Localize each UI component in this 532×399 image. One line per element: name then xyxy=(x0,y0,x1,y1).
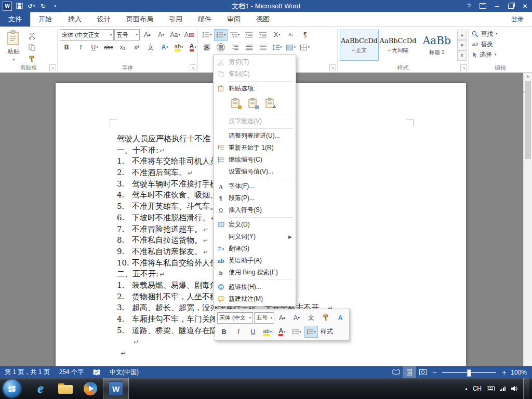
underline-button[interactable]: U▾ xyxy=(88,42,101,54)
taskbar-ie-button[interactable]: e xyxy=(28,378,53,399)
undo-button[interactable]: ↺▾ xyxy=(25,1,37,11)
web-layout-button[interactable] xyxy=(416,366,430,378)
help-button[interactable]: ? xyxy=(462,0,476,12)
font-size-combo[interactable]: 五号 ▾ xyxy=(114,29,140,41)
zoom-out-button[interactable]: − xyxy=(430,368,439,377)
menu-item-paragraph[interactable]: ¶ 段落(P)... xyxy=(214,192,296,204)
phonetic-guide-button[interactable]: 文 xyxy=(144,42,157,54)
mini-font-size-combo[interactable]: 五号 ▾ xyxy=(254,312,274,324)
copy-button[interactable] xyxy=(25,42,38,52)
proofing-status[interactable] xyxy=(88,366,105,378)
tab-references[interactable]: 引用 xyxy=(161,12,190,26)
paste-keep-source-button[interactable] xyxy=(228,96,243,110)
menu-item-translate[interactable]: 文a 翻译(S) xyxy=(214,243,296,255)
menu-item-font[interactable]: A 字体(F)... xyxy=(214,180,296,192)
select-button[interactable]: 选择▾ xyxy=(471,49,530,60)
style-normal[interactable]: AaBbCcDd ↵正文 xyxy=(340,30,379,61)
menu-item-define[interactable]: 定义(D) xyxy=(214,219,296,231)
taskbar-word-button[interactable]: W xyxy=(103,378,129,399)
mini-phonetic-guide-button[interactable]: 文 xyxy=(304,312,318,324)
keyboard-icon[interactable] xyxy=(487,386,495,391)
clear-formatting-button[interactable]: A xyxy=(182,29,196,41)
mini-font-color-button[interactable]: A▾ xyxy=(275,326,289,338)
save-button[interactable] xyxy=(14,1,25,11)
close-button[interactable]: ✕ xyxy=(518,0,532,12)
style-no-spacing[interactable]: AaBbCcDd ↵无间隔 xyxy=(379,30,418,61)
taskbar-explorer-button[interactable] xyxy=(53,378,78,399)
justify-button[interactable] xyxy=(242,42,256,54)
word-app-icon[interactable]: W xyxy=(2,1,13,11)
grow-font-button[interactable]: A▴ xyxy=(140,29,154,41)
mini-styles-button[interactable]: A xyxy=(334,312,347,324)
tab-file[interactable]: 文件 xyxy=(0,12,30,26)
scroll-up-icon[interactable]: ▲ xyxy=(524,72,532,80)
decrease-indent-button[interactable] xyxy=(242,29,256,41)
mini-grow-font-button[interactable]: A▴ xyxy=(275,312,289,324)
paste-text-only-button[interactable]: A xyxy=(262,96,277,110)
menu-item-new-comment[interactable]: 新建批注(M) xyxy=(214,293,296,305)
sort-button[interactable]: A↓ xyxy=(284,29,298,41)
tab-mailings[interactable]: 邮件 xyxy=(190,12,219,26)
menu-item-synonyms[interactable]: 同义词(Y) ▶ xyxy=(214,231,296,243)
paste-button[interactable]: 粘贴 ▾ xyxy=(2,29,25,63)
align-center-button[interactable] xyxy=(214,42,228,54)
shading-button[interactable]: ▾ xyxy=(284,42,298,54)
zoom-percentage[interactable]: 100% xyxy=(509,369,532,376)
styles-scroll-down-button[interactable]: ▼ xyxy=(457,40,467,50)
mini-italic-button[interactable]: I xyxy=(232,326,245,338)
mini-underline-button[interactable]: U xyxy=(246,326,260,338)
change-case-button[interactable]: Aa▾ xyxy=(168,29,182,41)
menu-item-continue-numbering[interactable]: 继续编号(C) xyxy=(214,154,296,166)
tab-view[interactable]: 视图 xyxy=(248,12,277,26)
subscript-button[interactable]: x₂ xyxy=(116,42,129,54)
increase-indent-button[interactable] xyxy=(256,29,270,41)
line-spacing-button[interactable]: ▾ xyxy=(270,42,284,54)
mini-font-name-combo[interactable]: 宋体 (中文 ▾ xyxy=(217,312,253,324)
mini-bold-button[interactable]: B xyxy=(217,326,231,338)
show-hidden-icons-button[interactable]: ▴ xyxy=(465,386,468,391)
italic-button[interactable]: I xyxy=(74,42,87,54)
replace-button[interactable]: ab 替换 xyxy=(471,39,530,49)
strikethrough-button[interactable]: abc xyxy=(102,42,115,54)
read-mode-button[interactable] xyxy=(389,366,403,378)
multilevel-list-button[interactable]: ▾ xyxy=(228,29,242,41)
cut-button[interactable] xyxy=(25,31,38,41)
mini-styles-label[interactable]: 样式 xyxy=(319,327,335,336)
paragraph-dialog-launcher[interactable]: ↘ xyxy=(329,64,336,71)
volume-icon[interactable] xyxy=(511,385,518,392)
borders-button[interactable]: ▾ xyxy=(298,42,312,54)
zoom-slider-handle[interactable] xyxy=(467,369,471,377)
numbering-button[interactable]: ▾ xyxy=(214,29,228,41)
menu-item-set-numbering-value[interactable]: 设置编号值(V)... xyxy=(214,166,296,178)
menu-item-restart-at-1[interactable]: 重新开始于 1(R) xyxy=(214,142,296,154)
sign-in-link[interactable]: 登录 xyxy=(511,12,532,26)
bold-button[interactable]: B xyxy=(60,42,73,54)
menu-item-english-assistant[interactable]: ab 英语助手(A) xyxy=(214,255,296,267)
styles-dialog-launcher[interactable]: ↘ xyxy=(460,64,467,71)
tab-insert[interactable]: 插入 xyxy=(60,12,89,26)
print-layout-button[interactable] xyxy=(403,366,416,378)
mini-highlight-button[interactable]: ab▾ xyxy=(261,326,274,338)
network-icon[interactable] xyxy=(500,387,506,391)
menu-item-adjust-list-indent[interactable]: 调整列表缩进(U)... xyxy=(214,130,296,142)
highlight-button[interactable]: ab▾ xyxy=(172,42,185,54)
mini-bullets-button[interactable]: ▾ xyxy=(290,326,303,338)
ribbon-display-options-button[interactable]: ^ xyxy=(476,0,490,12)
taskbar-media-player-button[interactable] xyxy=(78,378,103,399)
collapse-ribbon-button[interactable]: ^ xyxy=(518,89,528,97)
mini-shrink-font-button[interactable]: A▾ xyxy=(290,312,303,324)
find-button[interactable]: 查找▾ xyxy=(471,29,530,39)
tab-page-layout[interactable]: 页面布局 xyxy=(118,12,161,26)
bullets-button[interactable]: ▾ xyxy=(200,29,214,41)
show-marks-button[interactable]: ¶ xyxy=(298,29,312,41)
mini-numbering-button[interactable]: ▾ xyxy=(304,326,318,338)
distribute-button[interactable] xyxy=(256,42,270,54)
qat-customize-button[interactable]: ▾ xyxy=(49,1,61,11)
format-painter-button[interactable] xyxy=(25,54,38,64)
show-desktop-button[interactable] xyxy=(523,378,529,399)
style-heading-1[interactable]: AaBb 标题 1 xyxy=(417,30,456,61)
align-left-button[interactable] xyxy=(200,42,214,54)
paste-merge-format-button[interactable] xyxy=(245,96,260,110)
mini-format-painter-button[interactable] xyxy=(319,312,332,324)
superscript-button[interactable]: x² xyxy=(130,42,143,54)
